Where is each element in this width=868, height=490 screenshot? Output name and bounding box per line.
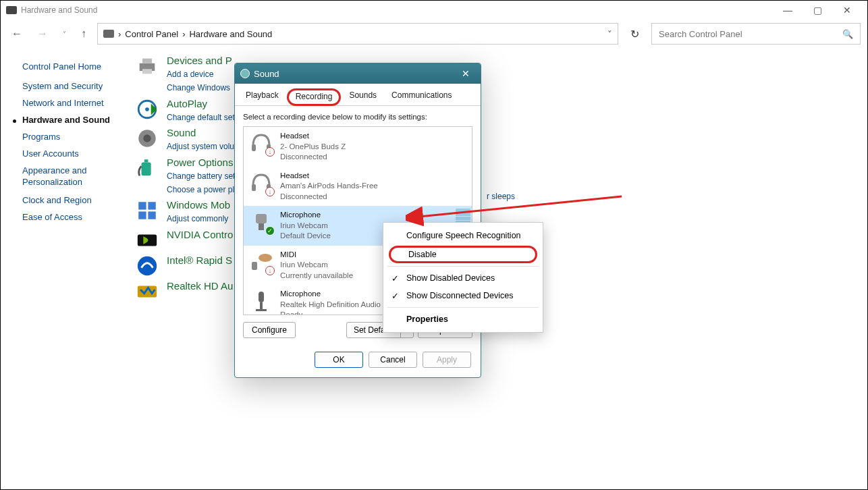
sidebar-item-hardware-sound[interactable]: Hardware and Sound: [22, 115, 136, 125]
device-name: Microphone: [280, 289, 381, 300]
cancel-button[interactable]: Cancel: [369, 352, 417, 368]
tab-recording[interactable]: Recording: [287, 88, 342, 106]
category-title[interactable]: Sound: [167, 127, 234, 138]
device-status: Disconnected: [280, 192, 378, 202]
category-sound: Sound Adjust system volu: [136, 127, 235, 153]
sidebar-item-ease-access[interactable]: Ease of Access: [22, 212, 136, 222]
tab-sounds[interactable]: Sounds: [342, 88, 383, 105]
category-title[interactable]: Windows Mob: [167, 199, 230, 211]
category-link[interactable]: Change Windows: [167, 81, 232, 94]
disc-icon: [136, 98, 159, 121]
control-panel-icon: [6, 6, 17, 14]
partial-link-text[interactable]: r sleeps: [487, 192, 515, 201]
menu-properties[interactable]: Properties: [383, 310, 543, 328]
back-button[interactable]: ←: [7, 25, 26, 43]
device-subtitle: 2- OnePlus Buds Z: [280, 142, 346, 153]
dialog-instruction: Select a recording device below to modif…: [243, 113, 472, 121]
dialog-close-button[interactable]: ✕: [456, 68, 475, 79]
category-mobility: Windows Mob Adjust commonly: [136, 199, 235, 225]
configure-button[interactable]: Configure: [243, 322, 296, 338]
close-button[interactable]: ✕: [832, 1, 862, 20]
breadcrumb-section[interactable]: Hardware and Sound: [189, 29, 272, 39]
tab-playback[interactable]: Playback: [239, 88, 286, 105]
category-autoplay: AutoPlay Change default set: [136, 98, 235, 124]
mobility-icon: [136, 199, 159, 222]
svg-point-7: [143, 135, 151, 142]
dialog-titlebar[interactable]: Sound ✕: [235, 63, 481, 84]
category-title[interactable]: AutoPlay: [167, 98, 235, 109]
svg-rect-10: [138, 202, 146, 210]
category-title[interactable]: Devices and P: [167, 55, 232, 66]
svg-rect-26: [260, 302, 263, 309]
apply-button[interactable]: Apply: [423, 352, 471, 368]
tab-communications[interactable]: Communications: [385, 88, 458, 105]
printer-icon: [136, 55, 159, 78]
main-content: Devices and P Add a device Change Window…: [136, 48, 235, 306]
forward-button[interactable]: →: [33, 25, 52, 43]
sidebar-item-network-internet[interactable]: Network and Internet: [22, 98, 136, 108]
nvidia-icon: [136, 229, 159, 252]
context-menu: Configure Speech Recognition Disable Sho…: [383, 222, 543, 333]
device-name: Microphone: [280, 210, 331, 221]
breadcrumb-chevron: ›: [118, 29, 121, 39]
device-status: Default Device: [280, 231, 331, 242]
category-title[interactable]: Realtek HD Au: [167, 280, 233, 292]
battery-icon: [136, 157, 159, 180]
control-panel-home-link[interactable]: Control Panel Home: [22, 61, 136, 72]
category-power: Power Options Change battery set Choose …: [136, 157, 235, 197]
category-link[interactable]: Change battery set: [167, 169, 235, 183]
svg-rect-22: [259, 223, 264, 230]
headset-icon: [249, 131, 273, 155]
category-link[interactable]: Choose a power pl: [167, 183, 235, 196]
svg-rect-12: [138, 212, 146, 219]
minimize-button[interactable]: —: [773, 1, 803, 20]
search-input[interactable]: Search Control Panel 🔍: [651, 23, 861, 45]
svg-rect-2: [142, 69, 152, 74]
disconnected-badge-icon: [265, 147, 275, 157]
up-button[interactable]: ↑: [77, 25, 90, 43]
breadcrumb-root[interactable]: Control Panel: [125, 29, 178, 39]
sidebar-item-system-security[interactable]: System and Security: [22, 81, 136, 91]
microphone-icon: [249, 289, 273, 313]
sidebar-item-user-accounts[interactable]: User Accounts: [22, 148, 136, 159]
device-item[interactable]: Headset 2- OnePlus Buds Z Disconnected: [244, 127, 472, 167]
svg-rect-27: [256, 309, 267, 311]
breadcrumb-chevron: ›: [182, 29, 185, 39]
recent-locations-button[interactable]: ˅: [59, 28, 70, 40]
device-status: Disconnected: [280, 152, 346, 163]
category-intel-rapid: Intel® Rapid S: [136, 254, 235, 277]
category-nvidia: NVIDIA Contro: [136, 229, 235, 252]
category-title[interactable]: NVIDIA Contro: [167, 229, 233, 240]
address-bar[interactable]: › Control Panel › Hardware and Sound ˅: [97, 23, 618, 45]
navigation-bar: ← → ˅ ↑ › Control Panel › Hardware and S…: [1, 20, 867, 48]
svg-rect-24: [252, 262, 257, 270]
address-dropdown[interactable]: ˅: [607, 29, 612, 39]
category-link[interactable]: Add a device: [167, 67, 232, 81]
maximize-button[interactable]: ▢: [803, 1, 832, 20]
device-subtitle: Iriun Webcam: [280, 221, 331, 232]
category-link[interactable]: Adjust system volu: [167, 140, 234, 153]
svg-rect-9: [144, 159, 148, 162]
menu-disable[interactable]: Disable: [389, 246, 537, 263]
ok-button[interactable]: OK: [315, 352, 363, 368]
category-title[interactable]: Power Options: [167, 157, 235, 168]
menu-configure-speech[interactable]: Configure Speech Recognition: [383, 227, 543, 244]
realtek-icon: [136, 280, 159, 303]
sidebar-item-clock-region[interactable]: Clock and Region: [22, 195, 136, 205]
control-panel-icon: [103, 30, 114, 38]
menu-separator: [387, 266, 539, 267]
category-link[interactable]: Adjust commonly: [167, 212, 230, 225]
menu-show-disabled[interactable]: Show Disabled Devices: [383, 269, 543, 287]
menu-show-disconnected[interactable]: Show Disconnected Devices: [383, 287, 543, 304]
device-item[interactable]: Headset Aman's AirPods Hands-Free Discon…: [244, 167, 472, 207]
category-devices: Devices and P Add a device Change Window…: [136, 55, 235, 95]
svg-rect-21: [256, 214, 267, 223]
svg-rect-19: [252, 184, 256, 191]
window-titlebar: Hardware and Sound — ▢ ✕: [1, 1, 867, 20]
sidebar-item-appearance[interactable]: Appearance andPersonalization: [22, 165, 136, 188]
sidebar-item-programs[interactable]: Programs: [22, 132, 136, 142]
refresh-button[interactable]: ↻: [625, 25, 645, 43]
device-subtitle: Realtek High Definition Audio: [280, 300, 381, 310]
category-link[interactable]: Change default set: [167, 111, 235, 124]
category-title[interactable]: Intel® Rapid S: [167, 254, 232, 266]
